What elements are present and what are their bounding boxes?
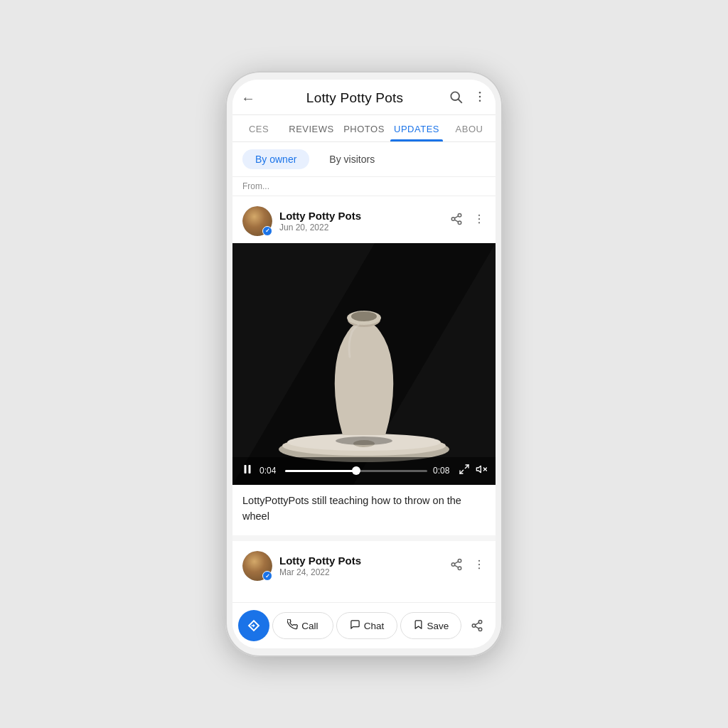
svg-point-3 bbox=[479, 96, 481, 98]
filter-row: By owner By visitors bbox=[232, 142, 496, 177]
chat-label: Chat bbox=[364, 621, 385, 631]
post-meta-1: Lotty Potty Pots Jun 20, 2022 bbox=[279, 210, 450, 232]
share-icon-1[interactable] bbox=[450, 213, 463, 229]
svg-point-37 bbox=[478, 564, 480, 565]
more-icon-post-2[interactable] bbox=[473, 558, 486, 574]
save-label: Save bbox=[427, 621, 449, 631]
video-controls-1: 0:04 0:08 bbox=[232, 457, 496, 485]
hint-bar: From... bbox=[232, 177, 496, 196]
call-button[interactable]: Call bbox=[272, 612, 333, 639]
video-player-1[interactable]: 0:04 0:08 bbox=[232, 243, 496, 485]
progress-bar-1[interactable] bbox=[285, 470, 427, 472]
save-button[interactable]: Save bbox=[400, 612, 461, 639]
scroll-area[interactable]: Lotty Potty Pots Jun 20, 2022 bbox=[232, 196, 496, 603]
tab-updates[interactable]: UPDATES bbox=[390, 115, 443, 141]
tabs-bar: CES REVIEWS PHOTOS UPDATES ABOU bbox=[232, 115, 496, 142]
svg-point-4 bbox=[479, 100, 481, 102]
search-icon[interactable] bbox=[449, 90, 463, 107]
svg-point-38 bbox=[478, 567, 480, 569]
current-time-1: 0:04 bbox=[259, 466, 279, 476]
video-thumbnail-1 bbox=[232, 243, 496, 485]
tab-reviews[interactable]: REVIEWS bbox=[285, 115, 338, 141]
fullscreen-button-1[interactable] bbox=[459, 464, 470, 478]
pause-button-1[interactable] bbox=[241, 463, 254, 479]
bottom-action-bar: Call Chat Save bbox=[232, 602, 496, 648]
verified-badge-1 bbox=[262, 226, 272, 236]
post-author-2: Lotty Potty Pots bbox=[279, 555, 450, 567]
post-caption-1: LottyPottyPots still teaching how to thr… bbox=[232, 485, 496, 536]
svg-point-21 bbox=[351, 311, 377, 321]
tab-ces[interactable]: CES bbox=[232, 115, 285, 141]
phone-screen: ← Lotty Potty Pots CES bbox=[232, 80, 496, 649]
svg-line-9 bbox=[454, 216, 458, 218]
post-card-2: Lotty Potty Pots Mar 24, 2022 bbox=[232, 541, 496, 602]
post-card-1: Lotty Potty Pots Jun 20, 2022 bbox=[232, 196, 496, 536]
share-small-button[interactable] bbox=[464, 613, 490, 638]
post-date-2: Mar 24, 2022 bbox=[279, 567, 450, 577]
avatar-wrap-1 bbox=[242, 206, 272, 236]
chat-button[interactable]: Chat bbox=[336, 612, 397, 639]
svg-line-43 bbox=[475, 623, 478, 625]
svg-line-1 bbox=[459, 100, 462, 103]
post-header-2: Lotty Potty Pots Mar 24, 2022 bbox=[232, 541, 496, 588]
post-date-1: Jun 20, 2022 bbox=[279, 223, 450, 232]
save-icon bbox=[413, 619, 424, 632]
tab-photos[interactable]: PHOTOS bbox=[338, 115, 390, 141]
tab-about[interactable]: ABOU bbox=[443, 115, 496, 141]
call-label: Call bbox=[301, 621, 318, 631]
svg-line-26 bbox=[465, 465, 469, 469]
verified-badge-2 bbox=[262, 571, 272, 581]
svg-rect-24 bbox=[245, 465, 247, 473]
call-icon bbox=[287, 619, 298, 632]
mute-button-1[interactable] bbox=[476, 464, 487, 478]
post-actions-1 bbox=[450, 213, 486, 229]
page-title: Lotty Potty Pots bbox=[261, 90, 449, 106]
post-header-1: Lotty Potty Pots Jun 20, 2022 bbox=[232, 196, 496, 243]
more-icon-post-1[interactable] bbox=[473, 213, 486, 229]
svg-point-2 bbox=[479, 92, 481, 94]
post-actions-2 bbox=[450, 558, 486, 574]
svg-line-34 bbox=[454, 565, 458, 567]
post-author-1: Lotty Potty Pots bbox=[279, 210, 450, 222]
directions-fab[interactable] bbox=[238, 610, 269, 641]
svg-marker-28 bbox=[476, 466, 481, 473]
post-meta-2: Lotty Potty Pots Mar 24, 2022 bbox=[279, 555, 450, 577]
back-button[interactable]: ← bbox=[241, 90, 255, 107]
more-icon[interactable] bbox=[473, 90, 487, 107]
phone-frame: ← Lotty Potty Pots CES bbox=[225, 71, 503, 658]
svg-rect-25 bbox=[249, 465, 251, 473]
share-icon-2[interactable] bbox=[450, 558, 463, 574]
total-time-1: 0:08 bbox=[433, 466, 453, 476]
avatar-wrap-2 bbox=[242, 551, 272, 581]
svg-point-10 bbox=[478, 215, 480, 216]
svg-point-36 bbox=[478, 560, 480, 561]
svg-line-27 bbox=[460, 471, 464, 474]
svg-point-12 bbox=[478, 222, 480, 223]
progress-fill-1 bbox=[285, 470, 356, 472]
filter-by-owner[interactable]: By owner bbox=[242, 149, 309, 169]
svg-point-23 bbox=[336, 437, 392, 445]
filter-by-visitors[interactable]: By visitors bbox=[316, 149, 387, 169]
svg-line-42 bbox=[475, 626, 478, 628]
svg-point-11 bbox=[478, 218, 480, 220]
top-bar: ← Lotty Potty Pots bbox=[232, 80, 496, 115]
top-bar-icons bbox=[449, 90, 487, 107]
svg-line-35 bbox=[454, 562, 458, 564]
progress-dot-1 bbox=[352, 466, 360, 475]
chat-icon bbox=[350, 619, 360, 632]
svg-line-8 bbox=[454, 220, 458, 222]
